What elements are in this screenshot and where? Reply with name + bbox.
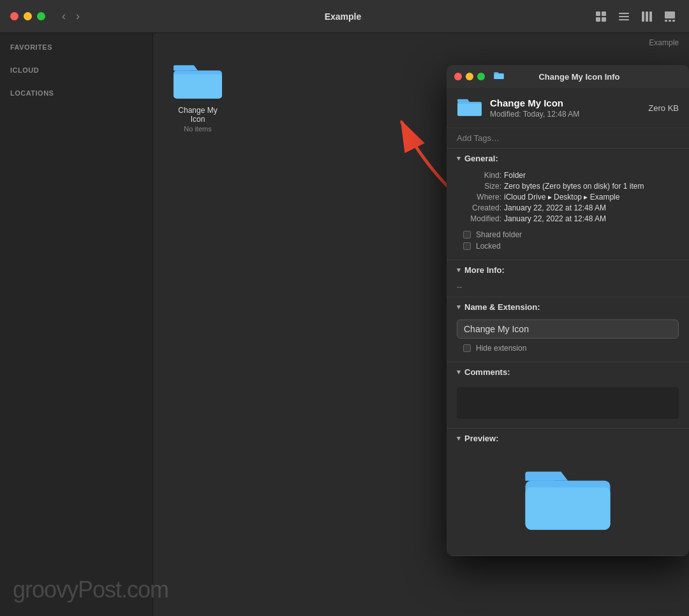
folder-subtitle: No items — [184, 125, 211, 133]
folder-icon — [172, 57, 223, 102]
back-button[interactable]: ‹ — [58, 8, 70, 24]
sidebar-section-locations: Locations — [0, 87, 152, 99]
svg-rect-11 — [665, 20, 667, 22]
preview-section-header[interactable]: ▾ Preview: — [447, 429, 689, 448]
comments-chevron-icon: ▾ — [457, 368, 461, 376]
more-info-section-header[interactable]: ▾ More Info: — [447, 260, 689, 280]
name-extension-section-header[interactable]: ▾ Name & Extension: — [447, 297, 689, 317]
info-panel: Change My Icon Info Change My Icon — [447, 65, 689, 556]
finder-window: ‹ › Example — [0, 0, 689, 616]
maximize-button[interactable] — [37, 12, 45, 20]
preview-content — [447, 448, 689, 545]
svg-rect-3 — [602, 17, 606, 22]
comments-section-header[interactable]: ▾ Comments: — [447, 362, 689, 382]
view-buttons — [592, 8, 679, 26]
info-header-modified: Modified: Today, 12:48 AM — [490, 110, 641, 119]
modified-label: Modified: — [457, 214, 501, 223]
where-label: Where: — [457, 193, 501, 202]
name-input[interactable] — [457, 319, 679, 339]
sidebar-section-icloud: iCloud — [0, 64, 152, 77]
comments-content — [447, 382, 689, 428]
kind-value: Folder — [504, 171, 679, 180]
more-info-value: -- — [447, 280, 689, 297]
info-section-preview: ▾ Preview: — [447, 429, 689, 556]
locked-row: Locked — [457, 242, 679, 251]
info-section-more-info: ▾ More Info: -- — [447, 260, 689, 297]
info-header-size: Zero KB — [648, 103, 679, 113]
icon-view-button[interactable] — [592, 8, 610, 26]
nav-buttons: ‹ › — [58, 8, 84, 24]
svg-rect-10 — [665, 11, 675, 18]
shared-folder-checkbox[interactable] — [463, 231, 471, 238]
info-header-name: Change My Icon — [490, 98, 641, 108]
tags-input[interactable]: Add Tags… — [457, 133, 679, 143]
sidebar-label-locations: Locations — [0, 87, 152, 99]
hide-extension-row: Hide extension — [457, 344, 679, 353]
name-extension-content: Hide extension — [447, 317, 689, 362]
close-button[interactable] — [10, 12, 19, 20]
folder-name: Change My Icon — [171, 106, 225, 124]
info-minimize-button[interactable] — [466, 73, 473, 80]
general-section-label: General: — [464, 154, 498, 163]
list-view-button[interactable] — [615, 8, 633, 26]
preview-section-label: Preview: — [464, 434, 498, 443]
hide-extension-checkbox[interactable] — [463, 344, 471, 352]
shared-folder-row: Shared folder — [457, 230, 679, 239]
info-title-text: Change My Icon Info — [509, 72, 649, 82]
svg-rect-7 — [642, 11, 644, 22]
comments-text-area[interactable] — [457, 387, 679, 419]
name-extension-chevron-icon: ▾ — [457, 303, 461, 311]
info-maximize-button[interactable] — [477, 73, 485, 80]
size-row: Size: Zero bytes (Zero bytes on disk) fo… — [457, 182, 679, 191]
kind-row: Kind: Folder — [457, 171, 679, 180]
where-value: iCloud Drive ▸ Desktop ▸ Example — [504, 193, 679, 202]
info-section-comments: ▾ Comments: — [447, 362, 689, 429]
info-traffic-lights — [454, 73, 485, 80]
svg-rect-5 — [619, 16, 629, 17]
created-label: Created: — [457, 203, 501, 212]
created-row: Created: January 22, 2022 at 12:48 AM — [457, 203, 679, 212]
info-close-button[interactable] — [454, 73, 462, 80]
comments-section-label: Comments: — [464, 367, 510, 377]
info-section-general: ▾ General: Kind: Folder Size: Zero bytes… — [447, 149, 689, 260]
gallery-view-button[interactable] — [661, 8, 679, 26]
preview-folder-icon — [523, 458, 612, 535]
sidebar-label-icloud: iCloud — [0, 64, 152, 77]
svg-rect-13 — [672, 20, 675, 22]
where-row: Where: iCloud Drive ▸ Desktop ▸ Example — [457, 193, 679, 202]
minimize-button[interactable] — [24, 12, 32, 20]
general-section-content: Kind: Folder Size: Zero bytes (Zero byte… — [447, 168, 689, 260]
info-header: Change My Icon Modified: Today, 12:48 AM… — [447, 88, 689, 128]
general-chevron-icon: ▾ — [457, 154, 461, 163]
hide-extension-label: Hide extension — [476, 344, 526, 353]
created-value: January 22, 2022 at 12:48 AM — [504, 203, 679, 212]
svg-rect-20 — [457, 104, 482, 116]
svg-rect-6 — [619, 19, 629, 20]
svg-rect-22 — [526, 487, 611, 530]
svg-rect-0 — [596, 11, 600, 16]
svg-rect-4 — [619, 13, 629, 14]
forward-button[interactable]: › — [72, 8, 84, 24]
name-extension-section-label: Name & Extension: — [464, 302, 540, 312]
svg-rect-8 — [646, 11, 648, 22]
window-title: Example — [94, 11, 592, 22]
info-title-folder-icon — [494, 71, 504, 82]
info-title-bar: Change My Icon Info — [447, 65, 689, 88]
sidebar-section-favorites: Favorites — [0, 41, 152, 54]
traffic-lights — [10, 12, 45, 20]
info-header-details: Change My Icon Modified: Today, 12:48 AM — [490, 98, 641, 119]
folder-item[interactable]: Change My Icon No items — [166, 52, 230, 138]
general-section-header[interactable]: ▾ General: — [447, 149, 689, 168]
sidebar: Favorites iCloud Locations — [0, 33, 153, 616]
info-section-name-extension: ▾ Name & Extension: Hide extension — [447, 297, 689, 362]
size-value: Zero bytes (Zero bytes on disk) for 1 it… — [504, 182, 679, 191]
column-view-button[interactable] — [638, 8, 656, 26]
modified-row: Modified: January 22, 2022 at 12:48 AM — [457, 214, 679, 223]
svg-rect-9 — [649, 11, 652, 22]
info-tags[interactable]: Add Tags… — [447, 128, 689, 149]
locked-checkbox[interactable] — [463, 242, 471, 250]
locked-label: Locked — [476, 242, 501, 251]
sidebar-label-favorites: Favorites — [0, 41, 152, 54]
title-bar: ‹ › Example — [0, 0, 689, 33]
more-info-chevron-icon: ▾ — [457, 266, 461, 274]
